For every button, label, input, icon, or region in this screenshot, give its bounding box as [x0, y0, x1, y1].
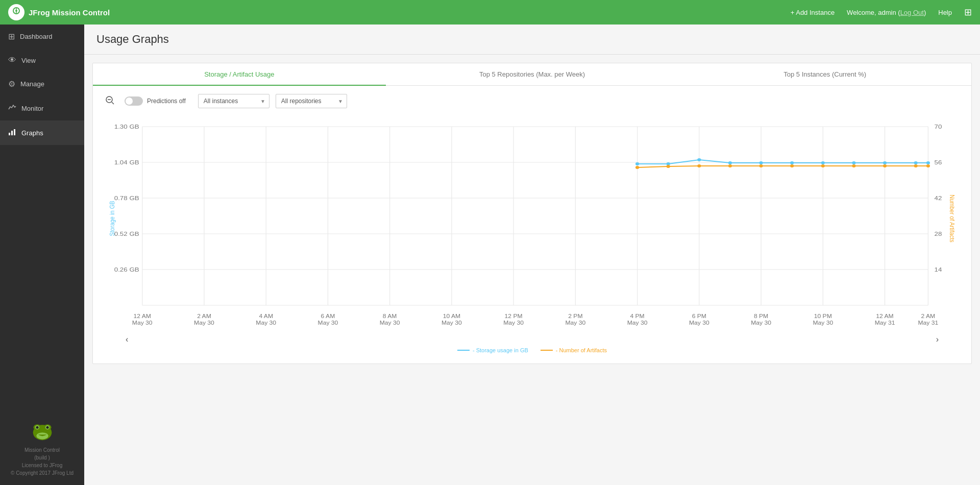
instances-dropdown-wrap: All instances ▼ [198, 94, 270, 108]
svg-text:Number of Artifacts: Number of Artifacts [948, 195, 956, 243]
svg-text:May 30: May 30 [318, 320, 338, 326]
tabs-header: Storage / Artifact Usage Top 5 Repositor… [93, 63, 971, 86]
svg-text:1.30 GB: 1.30 GB [114, 124, 139, 130]
grid-icon[interactable]: ⊞ [964, 7, 972, 18]
tab-repositories[interactable]: Top 5 Repositories (Max. per Week) [386, 63, 679, 85]
svg-text:0.78 GB: 0.78 GB [114, 195, 139, 202]
svg-text:28: 28 [935, 231, 942, 237]
svg-point-94 [883, 164, 887, 167]
svg-point-12 [46, 426, 48, 429]
svg-text:May 31: May 31 [918, 320, 939, 326]
dashboard-icon: ⊞ [8, 32, 15, 41]
footer-line1: Mission Control [24, 446, 60, 454]
svg-text:0.26 GB: 0.26 GB [114, 266, 139, 273]
tab-storage[interactable]: Storage / Artifact Usage [93, 63, 386, 85]
svg-point-96 [926, 164, 930, 167]
zoom-out-icon[interactable] [105, 95, 114, 107]
svg-text:56: 56 [935, 159, 942, 166]
sidebar-item-dashboard[interactable]: ⊞ Dashboard [0, 25, 84, 48]
sidebar-item-manage[interactable]: ⚙ Manage [0, 72, 84, 96]
svg-text:6 AM: 6 AM [321, 313, 335, 319]
chart-container: Predictions off All instances ▼ All repo… [93, 86, 971, 363]
footer-line3: Licensed to JFrog [22, 462, 63, 469]
svg-point-75 [635, 162, 639, 165]
svg-text:10 PM: 10 PM [814, 313, 832, 319]
add-instance-button[interactable]: + Add Instance [791, 9, 835, 16]
legend-storage-label: - Storage usage in GB [473, 347, 528, 353]
svg-point-77 [697, 158, 701, 161]
app-logo: JFrog Mission Control [8, 4, 791, 20]
svg-text:2 PM: 2 PM [568, 313, 582, 319]
sidebar-item-graphs[interactable]: Graphs [0, 120, 84, 145]
main-layout: ⊞ Dashboard 👁 View ⚙ Manage Monitor [0, 25, 980, 485]
svg-text:4 PM: 4 PM [630, 313, 644, 319]
frog-logo-icon [30, 418, 55, 443]
sidebar-item-label: Manage [20, 80, 44, 88]
svg-text:May 30: May 30 [256, 320, 276, 326]
svg-point-91 [790, 164, 794, 167]
svg-point-90 [759, 164, 763, 167]
svg-point-85 [926, 161, 930, 164]
svg-point-92 [821, 164, 825, 167]
svg-point-11 [36, 426, 38, 429]
svg-point-88 [697, 164, 701, 167]
svg-point-78 [728, 161, 732, 164]
svg-text:0.52 GB: 0.52 GB [114, 231, 139, 237]
svg-text:12 AM: 12 AM [876, 313, 893, 319]
sidebar-item-label: Monitor [21, 105, 43, 112]
dropdowns: All instances ▼ All repositories ▼ [198, 94, 347, 108]
page-title: Usage Graphs [96, 33, 968, 46]
svg-point-81 [821, 161, 825, 164]
help-button[interactable]: Help [938, 9, 952, 16]
repositories-dropdown[interactable]: All repositories [276, 94, 347, 108]
chart-next-button[interactable]: › [936, 335, 939, 344]
top-nav-right: + Add Instance Welcome, admin (Log Out) … [791, 7, 972, 18]
svg-text:6 PM: 6 PM [692, 313, 706, 319]
svg-text:May 30: May 30 [565, 320, 585, 326]
predictions-toggle[interactable] [125, 96, 143, 106]
svg-text:May 30: May 30 [132, 320, 153, 326]
sidebar-item-view[interactable]: 👁 View [0, 48, 84, 72]
svg-rect-5 [14, 129, 15, 135]
sidebar-item-label: View [21, 57, 36, 64]
svg-rect-3 [9, 133, 10, 135]
instances-dropdown[interactable]: All instances [198, 94, 270, 108]
chart-svg-wrap: 1.30 GB 1.04 GB 0.78 GB 0.52 GB 0.26 GB … [105, 116, 959, 333]
manage-icon: ⚙ [8, 79, 15, 89]
chart-prev-button[interactable]: ‹ [126, 335, 128, 344]
svg-text:May 30: May 30 [442, 320, 462, 326]
svg-text:4 AM: 4 AM [259, 313, 273, 319]
legend-artifacts-label: - Number of Artifacts [556, 347, 607, 353]
svg-text:12 PM: 12 PM [505, 313, 523, 319]
sidebar-item-label: Dashboard [20, 33, 53, 40]
toggle-knob [126, 98, 133, 105]
svg-text:12 AM: 12 AM [134, 313, 151, 319]
svg-text:8 AM: 8 AM [383, 313, 397, 319]
logout-link[interactable]: Log Out [900, 9, 924, 16]
chart-navigation: ‹ › [105, 335, 959, 344]
svg-text:Storage in GB: Storage in GB [108, 201, 116, 236]
svg-point-89 [728, 164, 732, 167]
svg-text:70: 70 [935, 124, 942, 130]
tab-instances[interactable]: Top 5 Instances (Current %) [678, 63, 971, 85]
welcome-text: Welcome, admin (Log Out) [847, 9, 926, 16]
sidebar-item-label: Graphs [21, 129, 43, 137]
footer-line4: © Copyright 2017 JFrog Ltd [11, 469, 74, 477]
svg-text:May 30: May 30 [380, 320, 400, 326]
top-nav: JFrog Mission Control + Add Instance Wel… [0, 0, 980, 25]
svg-text:May 30: May 30 [813, 320, 833, 326]
sidebar-footer: Mission Control (build ) Licensed to JFr… [0, 409, 84, 485]
svg-point-93 [852, 164, 855, 167]
svg-point-79 [759, 161, 763, 164]
svg-text:May 30: May 30 [503, 320, 524, 326]
svg-point-95 [914, 164, 918, 167]
chart-svg: 1.30 GB 1.04 GB 0.78 GB 0.52 GB 0.26 GB … [105, 116, 959, 331]
svg-text:2 AM: 2 AM [197, 313, 211, 319]
svg-text:May 30: May 30 [194, 320, 214, 326]
svg-text:14: 14 [935, 266, 942, 273]
svg-text:10 AM: 10 AM [443, 313, 460, 319]
content-area: Usage Graphs Storage / Artifact Usage To… [84, 25, 980, 485]
sidebar-item-monitor[interactable]: Monitor [0, 96, 84, 120]
svg-point-86 [635, 166, 639, 169]
svg-text:2 AM: 2 AM [921, 313, 936, 319]
